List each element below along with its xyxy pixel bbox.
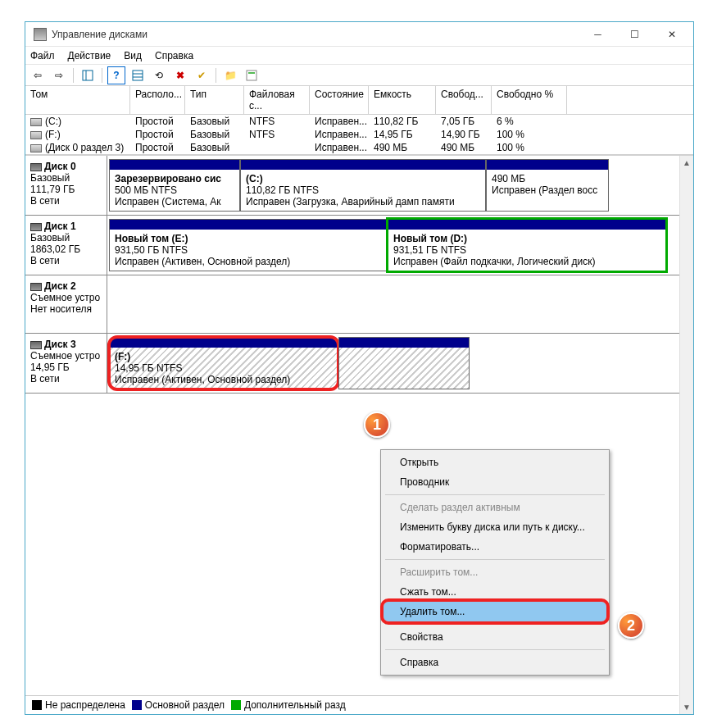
callout-marker-2: 2 bbox=[618, 612, 644, 639]
toolbar: ⇦ ⇨ ? ⟲ ✖ ✔ 📁 bbox=[25, 65, 693, 86]
partition[interactable] bbox=[338, 337, 470, 389]
ctx-explorer[interactable]: Проводник bbox=[384, 472, 606, 492]
svg-rect-5 bbox=[247, 71, 256, 80]
legend-unallocated: Не распределена bbox=[45, 699, 125, 711]
partition[interactable]: Новый том (E:)931,50 ГБ NTFSИсправен (Ак… bbox=[109, 219, 388, 271]
ctx-delete-volume[interactable]: Удалить том... bbox=[384, 602, 606, 621]
col-volume[interactable]: Том bbox=[25, 86, 130, 114]
menu-view[interactable]: Вид bbox=[124, 50, 142, 61]
list-view-button[interactable] bbox=[129, 66, 147, 84]
back-button[interactable]: ⇦ bbox=[29, 66, 47, 84]
partition[interactable]: Зарезервировано сис500 МБ NTFSИсправен (… bbox=[109, 159, 240, 212]
app-icon bbox=[34, 28, 47, 41]
col-capacity[interactable]: Емкость bbox=[369, 86, 436, 114]
table-row[interactable]: (C:) ПростойБазовый NTFSИсправен... 110,… bbox=[25, 115, 693, 128]
partition[interactable]: Новый том (D:)931,51 ГБ NTFSИсправен (Фа… bbox=[388, 219, 666, 271]
volumes-table: Том Располо... Тип Файловая с... Состоян… bbox=[25, 86, 693, 156]
scrollbar[interactable]: ▲ ▼ bbox=[679, 156, 693, 714]
disk-row: Диск 0Базовый111,79 ГБВ сетиЗарезервиров… bbox=[25, 156, 693, 216]
ctx-format[interactable]: Форматировать... bbox=[384, 537, 606, 557]
svg-rect-2 bbox=[133, 71, 143, 80]
col-layout[interactable]: Располо... bbox=[130, 86, 185, 114]
folder-up-icon[interactable]: 📁 bbox=[221, 66, 239, 84]
callout-marker-1: 1 bbox=[364, 412, 390, 438]
help-icon[interactable]: ? bbox=[107, 66, 125, 84]
ctx-shrink[interactable]: Сжать том... bbox=[384, 582, 606, 602]
svg-rect-0 bbox=[83, 71, 93, 80]
table-row[interactable]: (F:) ПростойБазовый NTFSИсправен... 14,9… bbox=[25, 128, 693, 141]
context-menu: Открыть Проводник Сделать раздел активны… bbox=[380, 449, 610, 676]
menu-help[interactable]: Справка bbox=[155, 50, 193, 61]
ctx-properties[interactable]: Свойства bbox=[384, 627, 606, 647]
minimize-button[interactable]: ─ bbox=[579, 23, 616, 46]
table-row[interactable]: (Диск 0 раздел 3) ПростойБазовый Исправе… bbox=[25, 141, 693, 154]
disk-row: Диск 3Съемное устро14,95 ГБВ сети(F:)14,… bbox=[25, 334, 693, 394]
table-header[interactable]: Том Располо... Тип Файловая с... Состоян… bbox=[25, 86, 693, 115]
menu-file[interactable]: Файл bbox=[30, 50, 55, 61]
col-free[interactable]: Свобод... bbox=[436, 86, 492, 114]
check-icon[interactable]: ✔ bbox=[193, 66, 211, 84]
scroll-down-icon[interactable]: ▼ bbox=[680, 700, 693, 714]
delete-icon[interactable]: ✖ bbox=[171, 66, 189, 84]
show-tree-button[interactable] bbox=[79, 66, 97, 84]
ctx-help[interactable]: Справка bbox=[384, 653, 606, 672]
partition[interactable]: (F:)14,95 ГБ NTFSИсправен (Активен, Осно… bbox=[109, 337, 338, 389]
menubar: Файл Действие Вид Справка bbox=[25, 47, 693, 65]
legend-extended: Дополнительный разд bbox=[244, 699, 346, 711]
ctx-change-letter[interactable]: Изменить букву диска или путь к диску... bbox=[384, 517, 606, 537]
ctx-extend: Расширить том... bbox=[384, 562, 606, 582]
col-type[interactable]: Тип bbox=[185, 86, 244, 114]
ctx-active: Сделать раздел активным bbox=[384, 498, 606, 517]
legend: Не распределена Основной раздел Дополнит… bbox=[25, 695, 678, 713]
properties-icon[interactable] bbox=[243, 66, 261, 84]
close-button[interactable]: ✕ bbox=[653, 23, 690, 46]
menu-action[interactable]: Действие bbox=[68, 50, 111, 61]
legend-primary: Основной раздел bbox=[145, 699, 225, 711]
window-title: Управление дисками bbox=[52, 29, 579, 40]
refresh-button[interactable]: ⟲ bbox=[150, 66, 168, 84]
scroll-up-icon[interactable]: ▲ bbox=[680, 156, 693, 170]
partition[interactable]: (C:)110,82 ГБ NTFSИсправен (Загрузка, Ав… bbox=[240, 159, 486, 212]
col-fs[interactable]: Файловая с... bbox=[244, 86, 310, 114]
partition[interactable]: 490 МБИсправен (Раздел восс bbox=[486, 159, 609, 212]
disk-row: Диск 2Съемное устроНет носителя bbox=[25, 275, 693, 334]
disk-row: Диск 1Базовый1863,02 ГБВ сетиНовый том (… bbox=[25, 216, 693, 275]
forward-button[interactable]: ⇨ bbox=[50, 66, 68, 84]
ctx-open[interactable]: Открыть bbox=[384, 453, 606, 472]
svg-rect-6 bbox=[248, 72, 255, 74]
col-freepct[interactable]: Свободно % bbox=[492, 86, 567, 114]
maximize-button[interactable]: ☐ bbox=[616, 23, 653, 46]
col-status[interactable]: Состояние bbox=[310, 86, 369, 114]
titlebar[interactable]: Управление дисками ─ ☐ ✕ bbox=[25, 22, 693, 47]
